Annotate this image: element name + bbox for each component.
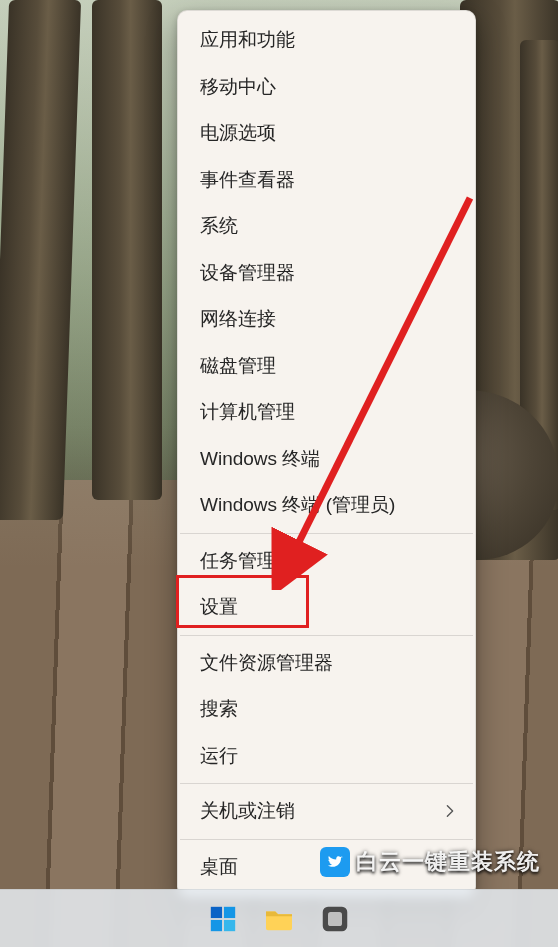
- menu-separator: [180, 839, 473, 840]
- menu-item-label: 移动中心: [200, 74, 276, 100]
- menu-item-file-explorer[interactable]: 文件资源管理器: [178, 640, 475, 687]
- taskbar-app[interactable]: [318, 902, 352, 936]
- svg-rect-4: [224, 919, 235, 930]
- menu-item-apps-and-features[interactable]: 应用和功能: [178, 17, 475, 64]
- menu-item-settings[interactable]: 设置: [178, 584, 475, 631]
- app-icon: [321, 905, 349, 933]
- tree-trunk: [0, 0, 81, 520]
- menu-item-run[interactable]: 运行: [178, 733, 475, 780]
- menu-item-label: 磁盘管理: [200, 353, 276, 379]
- watermark-badge-icon: [320, 847, 350, 877]
- menu-item-system[interactable]: 系统: [178, 203, 475, 250]
- svg-rect-2: [224, 906, 235, 917]
- menu-item-search[interactable]: 搜索: [178, 686, 475, 733]
- folder-icon: [264, 906, 294, 932]
- menu-item-network-connections[interactable]: 网络连接: [178, 296, 475, 343]
- menu-item-label: 事件查看器: [200, 167, 295, 193]
- menu-item-label: 任务管理器: [200, 548, 295, 574]
- start-button[interactable]: [206, 902, 240, 936]
- menu-item-label: 电源选项: [200, 120, 276, 146]
- menu-item-label: 应用和功能: [200, 27, 295, 53]
- menu-item-device-manager[interactable]: 设备管理器: [178, 250, 475, 297]
- menu-item-label: 搜索: [200, 696, 238, 722]
- menu-item-label: 系统: [200, 213, 238, 239]
- menu-item-task-manager[interactable]: 任务管理器: [178, 538, 475, 585]
- menu-item-windows-terminal-admin[interactable]: Windows 终端 (管理员): [178, 482, 475, 529]
- svg-rect-1: [211, 906, 222, 917]
- watermark-text: 白云一键重装系统: [356, 847, 540, 877]
- menu-item-label: 设备管理器: [200, 260, 295, 286]
- menu-item-label: 计算机管理: [200, 399, 295, 425]
- menu-item-power-options[interactable]: 电源选项: [178, 110, 475, 157]
- menu-item-shutdown-or-signout[interactable]: 关机或注销: [178, 788, 475, 835]
- menu-item-mobility-center[interactable]: 移动中心: [178, 64, 475, 111]
- menu-item-label: 文件资源管理器: [200, 650, 333, 676]
- menu-item-windows-terminal[interactable]: Windows 终端: [178, 436, 475, 483]
- menu-item-label: 关机或注销: [200, 798, 295, 824]
- menu-item-label: 桌面: [200, 854, 238, 880]
- menu-separator: [180, 635, 473, 636]
- taskbar-file-explorer[interactable]: [262, 902, 296, 936]
- menu-separator: [180, 533, 473, 534]
- menu-separator: [180, 783, 473, 784]
- desktop-background: 应用和功能 移动中心 电源选项 事件查看器 系统 设备管理器 网络连接 磁盘管理…: [0, 0, 558, 947]
- menu-item-label: 设置: [200, 594, 238, 620]
- menu-item-label: Windows 终端: [200, 446, 320, 472]
- menu-item-computer-management[interactable]: 计算机管理: [178, 389, 475, 436]
- menu-item-disk-management[interactable]: 磁盘管理: [178, 343, 475, 390]
- menu-item-label: 网络连接: [200, 306, 276, 332]
- taskbar: [0, 889, 558, 947]
- windows-logo-icon: [208, 904, 238, 934]
- watermark: 白云一键重装系统: [320, 847, 540, 877]
- menu-item-label: 运行: [200, 743, 238, 769]
- menu-item-event-viewer[interactable]: 事件查看器: [178, 157, 475, 204]
- svg-rect-3: [211, 919, 222, 930]
- chevron-right-icon: [443, 804, 457, 818]
- tree-trunk: [92, 0, 162, 500]
- winx-context-menu: 应用和功能 移动中心 电源选项 事件查看器 系统 设备管理器 网络连接 磁盘管理…: [177, 10, 476, 897]
- menu-item-label: Windows 终端 (管理员): [200, 492, 395, 518]
- svg-rect-6: [328, 912, 342, 926]
